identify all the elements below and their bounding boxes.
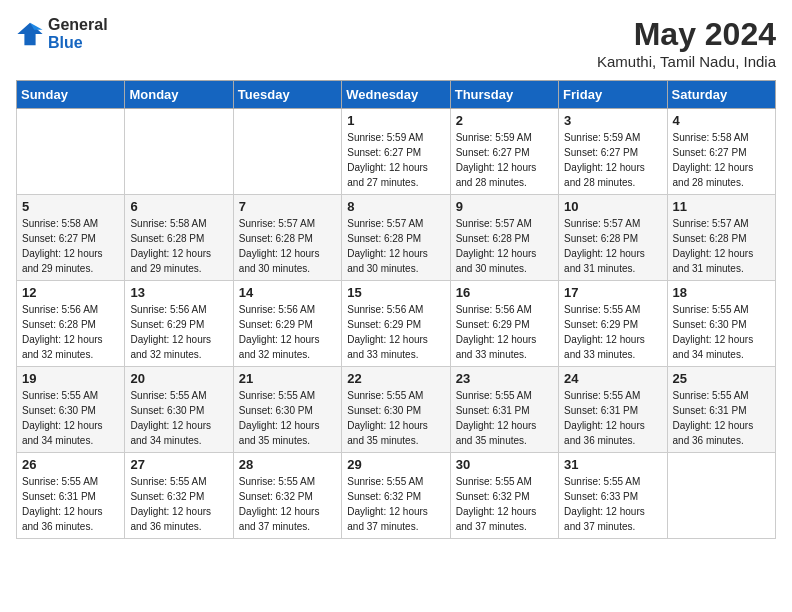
weekday-header-sunday: Sunday — [17, 81, 125, 109]
weekday-header-saturday: Saturday — [667, 81, 775, 109]
day-info: Sunrise: 5:55 AM Sunset: 6:30 PM Dayligh… — [347, 388, 444, 448]
day-number: 28 — [239, 457, 336, 472]
weekday-header-friday: Friday — [559, 81, 667, 109]
calendar-cell: 3Sunrise: 5:59 AM Sunset: 6:27 PM Daylig… — [559, 109, 667, 195]
calendar-cell: 21Sunrise: 5:55 AM Sunset: 6:30 PM Dayli… — [233, 367, 341, 453]
day-info: Sunrise: 5:59 AM Sunset: 6:27 PM Dayligh… — [456, 130, 553, 190]
day-number: 12 — [22, 285, 119, 300]
page-header: General Blue May 2024 Kamuthi, Tamil Nad… — [16, 16, 776, 70]
calendar-cell: 9Sunrise: 5:57 AM Sunset: 6:28 PM Daylig… — [450, 195, 558, 281]
logo-text: General Blue — [48, 16, 108, 52]
calendar-table: SundayMondayTuesdayWednesdayThursdayFrid… — [16, 80, 776, 539]
calendar-cell: 12Sunrise: 5:56 AM Sunset: 6:28 PM Dayli… — [17, 281, 125, 367]
calendar-cell: 23Sunrise: 5:55 AM Sunset: 6:31 PM Dayli… — [450, 367, 558, 453]
day-info: Sunrise: 5:56 AM Sunset: 6:28 PM Dayligh… — [22, 302, 119, 362]
calendar-cell: 11Sunrise: 5:57 AM Sunset: 6:28 PM Dayli… — [667, 195, 775, 281]
day-info: Sunrise: 5:57 AM Sunset: 6:28 PM Dayligh… — [673, 216, 770, 276]
calendar-cell: 8Sunrise: 5:57 AM Sunset: 6:28 PM Daylig… — [342, 195, 450, 281]
day-info: Sunrise: 5:55 AM Sunset: 6:32 PM Dayligh… — [456, 474, 553, 534]
calendar-cell: 19Sunrise: 5:55 AM Sunset: 6:30 PM Dayli… — [17, 367, 125, 453]
day-info: Sunrise: 5:57 AM Sunset: 6:28 PM Dayligh… — [347, 216, 444, 276]
calendar-cell: 7Sunrise: 5:57 AM Sunset: 6:28 PM Daylig… — [233, 195, 341, 281]
day-info: Sunrise: 5:58 AM Sunset: 6:28 PM Dayligh… — [130, 216, 227, 276]
day-number: 11 — [673, 199, 770, 214]
day-info: Sunrise: 5:55 AM Sunset: 6:32 PM Dayligh… — [130, 474, 227, 534]
day-number: 17 — [564, 285, 661, 300]
day-number: 25 — [673, 371, 770, 386]
day-number: 15 — [347, 285, 444, 300]
calendar-cell: 30Sunrise: 5:55 AM Sunset: 6:32 PM Dayli… — [450, 453, 558, 539]
day-number: 24 — [564, 371, 661, 386]
day-number: 29 — [347, 457, 444, 472]
calendar-cell: 17Sunrise: 5:55 AM Sunset: 6:29 PM Dayli… — [559, 281, 667, 367]
day-number: 2 — [456, 113, 553, 128]
day-number: 6 — [130, 199, 227, 214]
day-number: 18 — [673, 285, 770, 300]
title-block: May 2024 Kamuthi, Tamil Nadu, India — [597, 16, 776, 70]
calendar-cell: 25Sunrise: 5:55 AM Sunset: 6:31 PM Dayli… — [667, 367, 775, 453]
calendar-cell: 31Sunrise: 5:55 AM Sunset: 6:33 PM Dayli… — [559, 453, 667, 539]
calendar-cell: 24Sunrise: 5:55 AM Sunset: 6:31 PM Dayli… — [559, 367, 667, 453]
calendar-cell: 20Sunrise: 5:55 AM Sunset: 6:30 PM Dayli… — [125, 367, 233, 453]
calendar-cell — [233, 109, 341, 195]
weekday-header-thursday: Thursday — [450, 81, 558, 109]
day-info: Sunrise: 5:55 AM Sunset: 6:29 PM Dayligh… — [564, 302, 661, 362]
day-number: 31 — [564, 457, 661, 472]
day-number: 5 — [22, 199, 119, 214]
calendar-cell: 13Sunrise: 5:56 AM Sunset: 6:29 PM Dayli… — [125, 281, 233, 367]
day-info: Sunrise: 5:56 AM Sunset: 6:29 PM Dayligh… — [347, 302, 444, 362]
calendar-cell: 10Sunrise: 5:57 AM Sunset: 6:28 PM Dayli… — [559, 195, 667, 281]
day-number: 19 — [22, 371, 119, 386]
day-number: 22 — [347, 371, 444, 386]
day-number: 26 — [22, 457, 119, 472]
day-info: Sunrise: 5:55 AM Sunset: 6:32 PM Dayligh… — [239, 474, 336, 534]
day-info: Sunrise: 5:55 AM Sunset: 6:32 PM Dayligh… — [347, 474, 444, 534]
calendar-cell: 14Sunrise: 5:56 AM Sunset: 6:29 PM Dayli… — [233, 281, 341, 367]
calendar-cell: 6Sunrise: 5:58 AM Sunset: 6:28 PM Daylig… — [125, 195, 233, 281]
day-number: 4 — [673, 113, 770, 128]
day-info: Sunrise: 5:55 AM Sunset: 6:33 PM Dayligh… — [564, 474, 661, 534]
calendar-cell: 27Sunrise: 5:55 AM Sunset: 6:32 PM Dayli… — [125, 453, 233, 539]
svg-marker-0 — [17, 23, 42, 45]
day-info: Sunrise: 5:55 AM Sunset: 6:31 PM Dayligh… — [22, 474, 119, 534]
calendar-cell: 5Sunrise: 5:58 AM Sunset: 6:27 PM Daylig… — [17, 195, 125, 281]
day-number: 23 — [456, 371, 553, 386]
day-number: 8 — [347, 199, 444, 214]
calendar-cell: 4Sunrise: 5:58 AM Sunset: 6:27 PM Daylig… — [667, 109, 775, 195]
day-info: Sunrise: 5:55 AM Sunset: 6:30 PM Dayligh… — [22, 388, 119, 448]
day-number: 13 — [130, 285, 227, 300]
day-number: 14 — [239, 285, 336, 300]
day-info: Sunrise: 5:55 AM Sunset: 6:30 PM Dayligh… — [239, 388, 336, 448]
day-info: Sunrise: 5:58 AM Sunset: 6:27 PM Dayligh… — [22, 216, 119, 276]
day-info: Sunrise: 5:55 AM Sunset: 6:30 PM Dayligh… — [673, 302, 770, 362]
logo-icon — [16, 20, 44, 48]
day-info: Sunrise: 5:55 AM Sunset: 6:31 PM Dayligh… — [673, 388, 770, 448]
day-info: Sunrise: 5:56 AM Sunset: 6:29 PM Dayligh… — [130, 302, 227, 362]
day-number: 21 — [239, 371, 336, 386]
day-info: Sunrise: 5:55 AM Sunset: 6:31 PM Dayligh… — [456, 388, 553, 448]
day-info: Sunrise: 5:59 AM Sunset: 6:27 PM Dayligh… — [564, 130, 661, 190]
month-year-title: May 2024 — [597, 16, 776, 53]
calendar-cell: 28Sunrise: 5:55 AM Sunset: 6:32 PM Dayli… — [233, 453, 341, 539]
calendar-cell: 26Sunrise: 5:55 AM Sunset: 6:31 PM Dayli… — [17, 453, 125, 539]
calendar-cell: 29Sunrise: 5:55 AM Sunset: 6:32 PM Dayli… — [342, 453, 450, 539]
weekday-header-tuesday: Tuesday — [233, 81, 341, 109]
calendar-cell: 22Sunrise: 5:55 AM Sunset: 6:30 PM Dayli… — [342, 367, 450, 453]
calendar-cell: 16Sunrise: 5:56 AM Sunset: 6:29 PM Dayli… — [450, 281, 558, 367]
day-number: 10 — [564, 199, 661, 214]
day-info: Sunrise: 5:55 AM Sunset: 6:30 PM Dayligh… — [130, 388, 227, 448]
calendar-cell: 1Sunrise: 5:59 AM Sunset: 6:27 PM Daylig… — [342, 109, 450, 195]
day-info: Sunrise: 5:55 AM Sunset: 6:31 PM Dayligh… — [564, 388, 661, 448]
day-info: Sunrise: 5:59 AM Sunset: 6:27 PM Dayligh… — [347, 130, 444, 190]
day-info: Sunrise: 5:58 AM Sunset: 6:27 PM Dayligh… — [673, 130, 770, 190]
calendar-cell — [17, 109, 125, 195]
weekday-header-monday: Monday — [125, 81, 233, 109]
calendar-cell: 15Sunrise: 5:56 AM Sunset: 6:29 PM Dayli… — [342, 281, 450, 367]
day-info: Sunrise: 5:57 AM Sunset: 6:28 PM Dayligh… — [456, 216, 553, 276]
day-number: 30 — [456, 457, 553, 472]
day-info: Sunrise: 5:56 AM Sunset: 6:29 PM Dayligh… — [239, 302, 336, 362]
day-number: 3 — [564, 113, 661, 128]
day-info: Sunrise: 5:57 AM Sunset: 6:28 PM Dayligh… — [239, 216, 336, 276]
location-subtitle: Kamuthi, Tamil Nadu, India — [597, 53, 776, 70]
logo: General Blue — [16, 16, 108, 52]
